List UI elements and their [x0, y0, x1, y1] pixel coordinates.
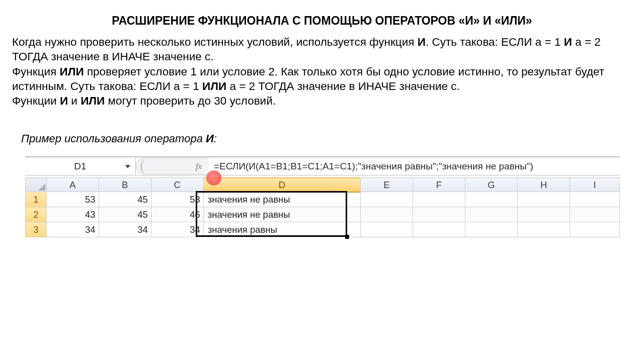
- column-header[interactable]: C: [151, 178, 203, 192]
- name-box-value: D1: [74, 161, 86, 172]
- cell[interactable]: [360, 222, 413, 237]
- body-paragraph: Когда нужно проверить несколько истинных…: [12, 35, 632, 108]
- formula-input[interactable]: =ЕСЛИ(И(A1=B1;B1=C1;A1=C1);"значения рав…: [209, 161, 620, 172]
- cell[interactable]: значения не равны: [203, 192, 360, 207]
- column-header[interactable]: H: [518, 178, 570, 192]
- cell[interactable]: [465, 222, 518, 237]
- cell[interactable]: [413, 222, 465, 237]
- page-title: РАСШИРЕНИЕ ФУНКЦИОНАЛА С ПОМОЩЬЮ ОПЕРАТО…: [12, 14, 632, 28]
- column-header[interactable]: I: [570, 178, 620, 192]
- fx-button[interactable]: ( fx: [136, 157, 209, 175]
- svg-marker-0: [38, 184, 45, 191]
- row-header[interactable]: 2: [26, 207, 47, 222]
- column-header[interactable]: F: [413, 178, 465, 192]
- cell[interactable]: [518, 207, 570, 222]
- cell[interactable]: [413, 192, 465, 207]
- spreadsheet-screenshot: D1 ( fx =ЕСЛИ(И(A1=B1;B1=C1;A1=C1);"знач…: [25, 156, 620, 237]
- select-all-corner[interactable]: [26, 178, 47, 192]
- cell[interactable]: 45: [99, 207, 151, 222]
- fill-handle[interactable]: [345, 235, 349, 239]
- cell[interactable]: [518, 192, 570, 207]
- example-label: Пример использования оператора И:: [21, 132, 632, 145]
- cell[interactable]: 43: [46, 207, 99, 222]
- row-header[interactable]: 1: [26, 192, 47, 207]
- cell[interactable]: [360, 207, 413, 222]
- column-header[interactable]: E: [360, 178, 413, 192]
- cell[interactable]: [413, 207, 465, 222]
- cell[interactable]: 53: [46, 192, 99, 207]
- formula-bar: D1 ( fx =ЕСЛИ(И(A1=B1;B1=C1;A1=C1);"знач…: [25, 157, 620, 175]
- cell[interactable]: [570, 192, 620, 207]
- cell[interactable]: [570, 222, 620, 237]
- cell[interactable]: значения не равны: [203, 207, 360, 222]
- column-header[interactable]: G: [465, 178, 518, 192]
- cell[interactable]: [570, 207, 620, 222]
- cell[interactable]: 46: [151, 207, 203, 222]
- cell[interactable]: 34: [151, 222, 203, 237]
- cell[interactable]: [518, 222, 570, 237]
- cell[interactable]: 45: [99, 192, 151, 207]
- cell[interactable]: [465, 207, 518, 222]
- worksheet-grid[interactable]: ABCDEFGHI 1534553значения не равны243454…: [25, 177, 620, 237]
- cell[interactable]: 34: [99, 222, 151, 237]
- column-header[interactable]: B: [99, 178, 151, 192]
- cell[interactable]: значения равны: [203, 222, 360, 237]
- name-box[interactable]: D1: [25, 157, 136, 175]
- column-header[interactable]: A: [46, 178, 99, 192]
- row-header[interactable]: 3: [26, 222, 47, 237]
- cell[interactable]: 34: [46, 222, 99, 237]
- cell[interactable]: [465, 192, 518, 207]
- column-header[interactable]: D: [203, 178, 360, 192]
- cell[interactable]: 53: [151, 192, 203, 207]
- cell[interactable]: [360, 192, 413, 207]
- fx-label: fx: [196, 161, 202, 171]
- paren-icon: (: [140, 157, 145, 174]
